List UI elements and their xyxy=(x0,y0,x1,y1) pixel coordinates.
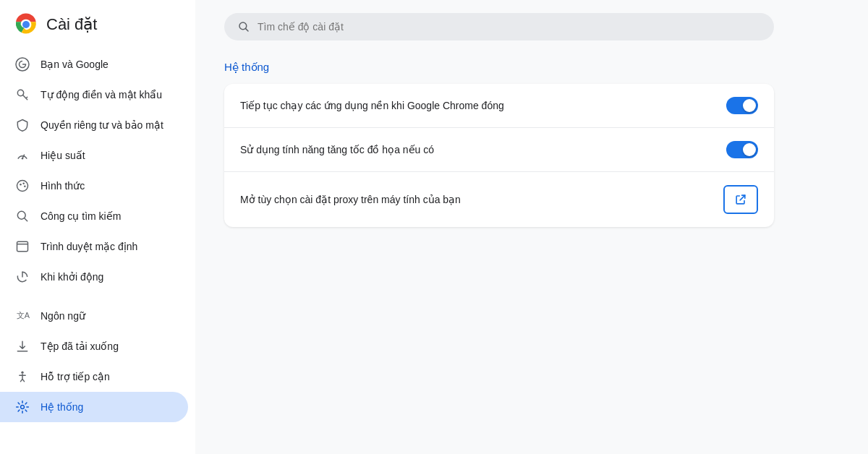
search-input[interactable] xyxy=(258,21,761,33)
palette-icon xyxy=(14,178,30,194)
toggle-knob xyxy=(743,99,756,112)
svg-point-5 xyxy=(17,181,28,192)
search-bar xyxy=(224,13,774,40)
svg-rect-10 xyxy=(17,241,28,251)
setting-label-proxy: Mở tùy chọn cài đặt proxy trên máy tính … xyxy=(240,194,723,205)
setting-row-background-apps: Tiếp tục chạy các ứng dụng nền khi Googl… xyxy=(224,84,774,128)
gauge-icon xyxy=(14,147,30,163)
sidebar-item-label: Bạn và Google xyxy=(41,59,174,70)
sidebar-nav: Bạn và Google Tự động điền và mật khẩu Q… xyxy=(0,49,195,454)
setting-label-background-apps: Tiếp tục chạy các ứng dụng nền khi Googl… xyxy=(240,100,726,111)
sidebar-item-tep-da-tai-xuong[interactable]: Tệp đã tải xuống xyxy=(0,331,188,361)
power-icon xyxy=(14,269,30,285)
sidebar-item-ban-va-google[interactable]: Bạn và Google xyxy=(0,49,188,80)
main-content: Hệ thống Tiếp tục chạy các ứng dụng nền … xyxy=(195,0,868,454)
sidebar-item-label: Tự động điền và mật khẩu xyxy=(41,89,174,100)
svg-point-1 xyxy=(22,21,30,28)
external-link-icon xyxy=(733,192,748,207)
svg-text:文A: 文A xyxy=(17,311,30,320)
accessibility-icon xyxy=(14,369,30,385)
background-apps-toggle[interactable] xyxy=(726,97,758,114)
svg-point-7 xyxy=(22,182,25,184)
search-bar-container xyxy=(195,0,868,53)
sidebar-item-label: Ngôn ngữ xyxy=(41,310,174,322)
sidebar-item-label: Công cụ tìm kiếm xyxy=(41,210,174,222)
sidebar-item-hinh-thuc[interactable]: Hình thức xyxy=(0,171,188,201)
system-icon xyxy=(14,399,30,415)
sidebar-item-label: Hình thức xyxy=(41,180,174,192)
sidebar-item-cong-cu-tim-kiem[interactable]: Công cụ tìm kiếm xyxy=(0,201,188,231)
svg-point-13 xyxy=(21,372,23,374)
google-icon xyxy=(14,56,30,72)
download-icon xyxy=(14,338,30,354)
sidebar-item-khi-khoi-dong[interactable]: Khi khởi động xyxy=(0,262,188,292)
nav-spacer xyxy=(0,292,195,301)
sidebar-item-ho-tro-tiep-can[interactable]: Hỗ trợ tiếp cận xyxy=(0,361,188,392)
search-bar-icon xyxy=(237,20,250,33)
setting-row-hardware-accel: Sử dụng tính năng tăng tốc đồ họa nếu có xyxy=(224,128,774,172)
svg-point-14 xyxy=(21,406,25,409)
sidebar-item-label: Quyền riêng tư và bảo mật xyxy=(41,119,174,131)
svg-point-4 xyxy=(22,158,24,160)
hardware-accel-toggle[interactable] xyxy=(726,141,758,158)
setting-label-hardware-accel: Sử dụng tính năng tăng tốc đồ họa nếu có xyxy=(240,144,726,155)
shield-icon xyxy=(14,117,30,133)
sidebar-item-label: Tệp đã tải xuống xyxy=(41,340,174,352)
section-title: Hệ thống xyxy=(224,61,839,74)
content-area: Hệ thống Tiếp tục chạy các ứng dụng nền … xyxy=(195,53,868,454)
sidebar-header: Cài đặt xyxy=(0,0,195,49)
browser-icon xyxy=(14,239,30,254)
sidebar-item-tu-dong-dien[interactable]: Tự động điền và mật khẩu xyxy=(0,80,188,110)
language-icon: 文A xyxy=(14,308,30,324)
key-icon xyxy=(14,87,30,103)
settings-card: Tiếp tục chạy các ứng dụng nền khi Googl… xyxy=(224,84,774,227)
proxy-external-link-button[interactable] xyxy=(723,185,758,214)
search-icon xyxy=(14,208,30,224)
sidebar: Cài đặt Bạn và Google Tự động điền và mậ… xyxy=(0,0,195,454)
sidebar-item-ngon-ngu[interactable]: 文A Ngôn ngữ xyxy=(0,301,188,331)
sidebar-item-trinh-duyet-mac-dinh[interactable]: Trình duyệt mặc định xyxy=(0,231,188,262)
toggle-knob xyxy=(743,143,756,156)
sidebar-item-he-thong[interactable]: Hệ thống xyxy=(0,392,188,422)
sidebar-item-hieu-suat[interactable]: Hiệu suất xyxy=(0,140,188,171)
sidebar-item-label: Hiệu suất xyxy=(41,150,174,161)
sidebar-item-label: Hệ thống xyxy=(41,401,174,413)
svg-point-8 xyxy=(24,186,26,188)
sidebar-title: Cài đặt xyxy=(46,15,97,34)
sidebar-item-label: Trình duyệt mặc định xyxy=(41,241,174,252)
chrome-logo-icon xyxy=(14,13,38,36)
sidebar-item-label: Khi khởi động xyxy=(41,271,174,283)
setting-row-proxy: Mở tùy chọn cài đặt proxy trên máy tính … xyxy=(224,172,774,227)
sidebar-item-label: Hỗ trợ tiếp cận xyxy=(41,371,174,382)
svg-point-6 xyxy=(20,184,22,186)
sidebar-item-quyen-rieng-tu[interactable]: Quyền riêng tư và bảo mật xyxy=(0,110,188,140)
